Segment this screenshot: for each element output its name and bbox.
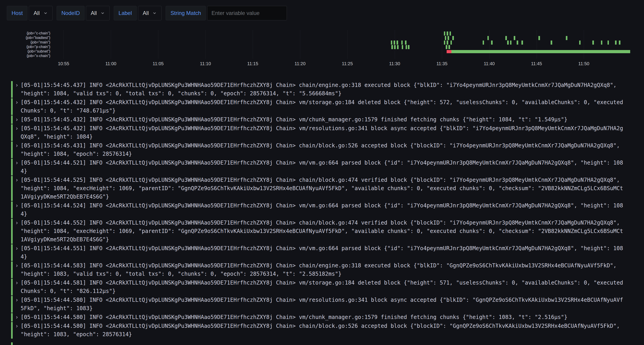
log-volume-mark	[408, 45, 410, 49]
log-volume-mark	[445, 36, 446, 40]
log-volume-mark	[446, 45, 447, 49]
variable-select-label[interactable]: All	[138, 6, 162, 20]
log-row-partial[interactable]	[11, 342, 644, 345]
x-axis-tick-label: 11:15	[247, 61, 258, 66]
log-row[interactable]: [05-01|15:54:44.580] INFO <2AcRkXTLLtQjv…	[11, 322, 644, 339]
expand-chevron-icon[interactable]	[13, 124, 20, 133]
log-row[interactable]: [05-01|15:54:44.580] INFO <2AcRkXTLLtQjv…	[11, 313, 644, 322]
gridline	[206, 30, 206, 59]
expand-chevron-icon[interactable]	[13, 81, 20, 89]
x-axis-tick-label: 11:30	[389, 61, 400, 66]
log-volume-mark	[396, 40, 398, 45]
legend-item[interactable]: {job="main"}	[7, 40, 50, 45]
expand-chevron-icon[interactable]	[13, 244, 20, 253]
log-line-message: [05-01|15:54:44.580] INFO <2AcRkXTLLtQjv…	[20, 322, 624, 339]
expand-chevron-icon[interactable]	[13, 201, 20, 210]
expand-chevron-icon[interactable]	[13, 141, 20, 150]
log-volume-mark	[405, 40, 406, 45]
log-level-bar-info	[11, 159, 13, 175]
variable-group-label: Label All	[114, 6, 162, 20]
expand-chevron-icon[interactable]	[13, 296, 20, 304]
variable-group-host: Host All	[7, 6, 52, 20]
log-row[interactable]: [05-01|15:54:44.551] INFO <2AcRkXTLLtQjv…	[11, 244, 644, 261]
log-level-bar-info	[11, 322, 13, 339]
log-volume-mark	[619, 40, 620, 45]
log-volume-mark	[505, 36, 507, 40]
log-row[interactable]: [05-01|15:54:44.521] INFO <2AcRkXTLLtQjv…	[11, 159, 644, 175]
log-row[interactable]: [05-01|15:54:44.581] INFO <2AcRkXTLLtQjv…	[11, 279, 644, 296]
log-level-bar-info	[11, 176, 13, 201]
log-row[interactable]: [05-01|15:54:45.432] INFO <2AcRkXTLLtQjv…	[11, 115, 644, 124]
log-volume-mark	[444, 40, 446, 45]
chevron-down-icon	[43, 11, 48, 15]
variable-select-host[interactable]: All	[29, 6, 52, 20]
variable-select-nodeid[interactable]: All	[86, 6, 110, 20]
legend-item[interactable]: {job="c-chain"}	[7, 31, 50, 35]
log-row[interactable]: [05-01|15:54:44.524] INFO <2AcRkXTLLtQjv…	[11, 201, 644, 218]
gridline	[64, 30, 64, 59]
log-line-message: [05-01|15:54:45.431] INFO <2AcRkXTLLtQjv…	[20, 141, 624, 158]
variable-value-nodeid: All	[91, 10, 97, 16]
log-level-bar-info	[11, 313, 13, 322]
log-line-message: [05-01|15:54:44.583] INFO <2AcRkXTLLtQjv…	[20, 262, 624, 278]
log-line-message: [05-01|15:54:45.432] INFO <2AcRkXTLLtQjv…	[20, 124, 624, 141]
expand-chevron-icon[interactable]	[13, 279, 20, 287]
expand-chevron-icon[interactable]	[13, 159, 20, 167]
log-level-bar-info	[11, 141, 13, 158]
legend-item[interactable]: {job="subnet"}	[7, 49, 50, 54]
log-volume-mark	[483, 40, 484, 45]
variable-value-label: All	[143, 10, 149, 16]
log-volume-mark	[448, 45, 450, 49]
log-volume-mark	[452, 36, 454, 40]
log-row[interactable]: [05-01|15:54:44.552] INFO <2AcRkXTLLtQjv…	[11, 219, 644, 244]
log-volume-mark	[450, 31, 451, 35]
log-row[interactable]: [05-01|15:54:44.583] INFO <2AcRkXTLLtQjv…	[11, 262, 644, 278]
log-volume-mark	[406, 45, 407, 49]
expand-chevron-icon[interactable]	[13, 322, 20, 330]
log-level-bar-info	[11, 81, 13, 98]
log-row[interactable]: [05-01|15:54:45.437] INFO <2AcRkXTLLtQjv…	[11, 81, 644, 98]
variable-group-nodeid: NodeID All	[57, 6, 110, 20]
log-volume-mark	[394, 45, 396, 49]
log-volume-mark	[448, 36, 449, 40]
variable-label-nodeid: NodeID	[57, 6, 84, 20]
log-volume-mark	[601, 40, 602, 45]
log-volume-mark	[401, 40, 403, 45]
log-row[interactable]: [05-01|15:54:45.431] INFO <2AcRkXTLLtQjv…	[11, 141, 644, 158]
x-axis-tick-label: 11:05	[153, 61, 164, 66]
legend-item[interactable]: {job="x-chain"}	[7, 54, 50, 58]
expand-chevron-icon[interactable]	[13, 262, 20, 270]
log-line-message: [05-01|15:54:44.525] INFO <2AcRkXTLLtQjv…	[20, 176, 624, 201]
log-row[interactable]: [05-01|15:54:45.432] INFO <2AcRkXTLLtQjv…	[11, 124, 644, 141]
string-match-input[interactable]	[207, 6, 287, 20]
expand-chevron-icon[interactable]	[13, 115, 20, 124]
log-volume-mark	[566, 36, 568, 40]
variable-label-host: Host	[7, 6, 28, 20]
log-row[interactable]: [05-01|15:54:44.525] INFO <2AcRkXTLLtQjv…	[11, 176, 644, 201]
variable-value-host: All	[34, 10, 40, 16]
expand-chevron-icon[interactable]	[13, 313, 20, 322]
expand-chevron-icon[interactable]	[13, 219, 20, 227]
log-volume-mark	[402, 45, 403, 49]
expand-chevron-icon[interactable]	[13, 176, 20, 184]
gridline	[536, 30, 537, 59]
log-line-message: [05-01|15:54:44.524] INFO <2AcRkXTLLtQjv…	[20, 201, 624, 218]
legend-item[interactable]: {job="loadtest"}	[7, 35, 50, 40]
log-volume-mark	[391, 40, 392, 45]
log-line-message: [05-01|15:54:45.432] INFO <2AcRkXTLLtQjv…	[20, 115, 624, 124]
variables-bar: Host All NodeID All Label All String Mat…	[0, 0, 644, 20]
gridline	[584, 30, 584, 59]
x-axis-tick-label: 10:55	[58, 61, 69, 66]
expand-chevron-icon[interactable]	[13, 98, 20, 107]
x-axis-tick-label: 11:45	[531, 61, 542, 66]
log-row[interactable]: [05-01|15:54:45.432] INFO <2AcRkXTLLtQjv…	[11, 98, 644, 115]
log-row[interactable]: [05-01|15:54:44.580] INFO <2AcRkXTLLtQjv…	[11, 296, 644, 313]
gridline	[489, 30, 490, 59]
legend-item[interactable]: {job="p-chain"}	[7, 45, 50, 49]
log-line-message: [05-01|15:54:44.521] INFO <2AcRkXTLLtQjv…	[20, 159, 624, 175]
variable-group-string-match: String Match	[166, 6, 287, 20]
log-volume-mark	[394, 40, 395, 45]
log-volume-band	[447, 50, 452, 53]
log-line-message: [05-01|15:54:45.437] INFO <2AcRkXTLLtQjv…	[20, 81, 624, 98]
log-level-bar-info	[11, 115, 13, 124]
